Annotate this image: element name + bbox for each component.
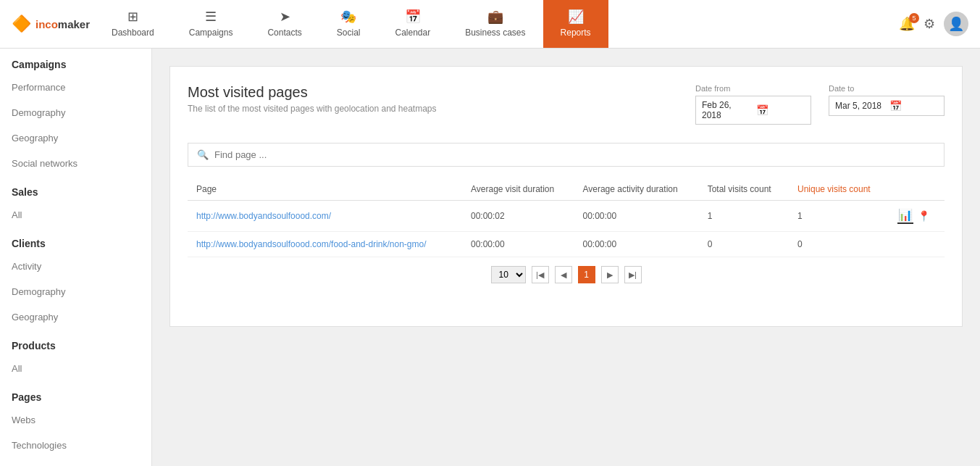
nav-item-dashboard[interactable]: ⊞ Dashboard	[94, 0, 172, 48]
table-row: http://www.bodyandsoulfoood.com/food-and…	[188, 232, 945, 257]
calendar-icon: 📅	[405, 9, 421, 25]
underline-decoration	[897, 222, 913, 224]
row2-total-visits: 0	[699, 232, 789, 257]
date-from-calendar-icon[interactable]: 📅	[756, 104, 805, 116]
per-page-select[interactable]: 10 25 50	[491, 266, 526, 283]
row2-page: http://www.bodyandsoulfoood.com/food-and…	[188, 232, 462, 257]
nav-item-contacts[interactable]: ➤ Contacts	[250, 0, 319, 48]
sidebar-item-sales-all[interactable]: All	[0, 202, 151, 228]
logo-text: incomaker	[35, 18, 90, 30]
date-from-group: Date from Feb 26, 2018 📅	[695, 84, 811, 125]
nav-item-campaigns-label: Campaigns	[189, 28, 233, 38]
page-1-button[interactable]: 1	[578, 266, 595, 283]
nav-item-business-cases-label: Business cases	[465, 28, 525, 38]
row2-avg-activity: 00:00:00	[574, 232, 698, 257]
sidebar-item-social-networks[interactable]: Social networks	[0, 151, 151, 176]
row1-unique-visits: 1	[789, 201, 889, 232]
logo-icon: 🔶	[12, 14, 31, 33]
top-navigation: 🔶 incomaker ⊞ Dashboard ☰ Campaigns ➤ Co…	[0, 0, 980, 49]
pin-icon[interactable]: 📍	[918, 210, 930, 222]
data-table: Page Average visit duration Average acti…	[188, 178, 945, 257]
nav-item-reports-label: Reports	[561, 28, 591, 38]
row2-avg-visit: 00:00:00	[462, 232, 574, 257]
avatar[interactable]: 👤	[944, 12, 968, 36]
nav-item-calendar-label: Calendar	[395, 28, 430, 38]
main-layout: Campaigns Performance Demography Geograp…	[0, 49, 980, 466]
sidebar-item-technologies[interactable]: Technologies	[0, 433, 151, 458]
reports-icon: 📈	[568, 9, 584, 25]
date-to-group: Date to Mar 5, 2018 📅	[829, 84, 945, 116]
col-header-page: Page	[188, 178, 462, 201]
notification-badge: 5	[909, 13, 919, 23]
nav-item-calendar[interactable]: 📅 Calendar	[377, 0, 448, 48]
date-to-value: Mar 5, 2018	[835, 101, 884, 111]
sidebar: Campaigns Performance Demography Geograp…	[0, 49, 152, 466]
sidebar-section-campaigns: Campaigns	[0, 49, 151, 75]
avatar-icon: 👤	[948, 16, 964, 32]
nav-items: ⊞ Dashboard ☰ Campaigns ➤ Contacts 🎭 Soc…	[94, 0, 887, 48]
notifications-button[interactable]: 🔔 5	[899, 16, 915, 32]
sidebar-item-webs[interactable]: Webs	[0, 407, 151, 433]
date-from-value: Feb 26, 2018	[702, 100, 750, 120]
last-page-button[interactable]: ▶|	[624, 266, 642, 283]
row2-page-link[interactable]: http://www.bodyandsoulfoood.com/food-and…	[196, 239, 427, 249]
row1-avg-activity: 00:00:00	[574, 201, 698, 232]
sidebar-item-activity[interactable]: Activity	[0, 254, 151, 279]
campaigns-icon: ☰	[205, 9, 217, 25]
row1-actions: 📊 📍	[889, 201, 945, 232]
sidebar-section-products: Products	[0, 330, 151, 356]
col-header-actions	[889, 178, 945, 201]
col-header-unique-visits: Unique visits count	[789, 178, 889, 201]
content-card: Most visited pages The list of the most …	[169, 66, 963, 327]
bar-chart-icon[interactable]: 📊	[898, 208, 913, 222]
sidebar-item-performance[interactable]: Performance	[0, 75, 151, 100]
logo[interactable]: 🔶 incomaker	[0, 0, 94, 48]
date-to-calendar-icon[interactable]: 📅	[889, 100, 938, 112]
contacts-icon: ➤	[280, 9, 290, 25]
row2-actions	[889, 232, 945, 257]
nav-item-business-cases[interactable]: 💼 Business cases	[448, 0, 543, 48]
pagination-row: 10 25 50 |◀ ◀ 1 ▶ ▶|	[188, 257, 945, 292]
main-content: Most visited pages The list of the most …	[152, 49, 980, 466]
table-row: http://www.bodyandsoulfoood.com/ 00:00:0…	[188, 201, 945, 232]
nav-item-contacts-label: Contacts	[267, 28, 301, 38]
sidebar-section-sales: Sales	[0, 176, 151, 202]
row2-unique-visits: 0	[789, 232, 889, 257]
nav-item-social-label: Social	[337, 28, 361, 38]
page-title: Most visited pages	[188, 84, 437, 101]
sidebar-item-clients-demography[interactable]: Demography	[0, 279, 151, 304]
first-page-button[interactable]: |◀	[532, 266, 549, 283]
business-cases-icon: 💼	[487, 9, 503, 25]
row1-page: http://www.bodyandsoulfoood.com/	[188, 201, 462, 232]
col-header-avg-activity: Average activity duration	[574, 178, 698, 201]
sidebar-item-campaigns-geography[interactable]: Geography	[0, 125, 151, 151]
date-to-label: Date to	[829, 84, 945, 93]
dashboard-icon: ⊞	[127, 9, 138, 25]
col-header-avg-visit: Average visit duration	[462, 178, 574, 201]
prev-page-button[interactable]: ◀	[555, 266, 572, 283]
social-icon: 🎭	[340, 9, 356, 25]
nav-item-social[interactable]: 🎭 Social	[319, 0, 378, 48]
search-row: 🔍	[188, 143, 945, 167]
sidebar-item-products-all[interactable]: All	[0, 356, 151, 381]
date-from-input[interactable]: Feb 26, 2018 📅	[695, 96, 811, 125]
row1-page-link[interactable]: http://www.bodyandsoulfoood.com/	[196, 211, 331, 221]
sidebar-section-clients: Clients	[0, 228, 151, 254]
nav-item-campaigns[interactable]: ☰ Campaigns	[172, 0, 251, 48]
next-page-button[interactable]: ▶	[601, 266, 619, 283]
row1-total-visits: 1	[699, 201, 789, 232]
nav-item-dashboard-label: Dashboard	[112, 28, 154, 38]
sidebar-item-campaigns-demography[interactable]: Demography	[0, 100, 151, 125]
sidebar-section-pages: Pages	[0, 381, 151, 407]
date-to-input[interactable]: Mar 5, 2018 📅	[829, 96, 945, 116]
col-header-total-visits: Total visits count	[699, 178, 789, 201]
search-input[interactable]	[214, 149, 935, 160]
search-icon: 🔍	[197, 149, 209, 160]
page-subtitle: The list of the most visited pages with …	[188, 104, 437, 114]
sidebar-item-clients-geography[interactable]: Geography	[0, 304, 151, 330]
nav-item-reports[interactable]: 📈 Reports	[543, 0, 608, 48]
date-from-label: Date from	[695, 84, 811, 93]
row1-avg-visit: 00:00:02	[462, 201, 574, 232]
settings-button[interactable]: ⚙	[924, 16, 935, 32]
nav-right: 🔔 5 ⚙ 👤	[887, 0, 980, 48]
